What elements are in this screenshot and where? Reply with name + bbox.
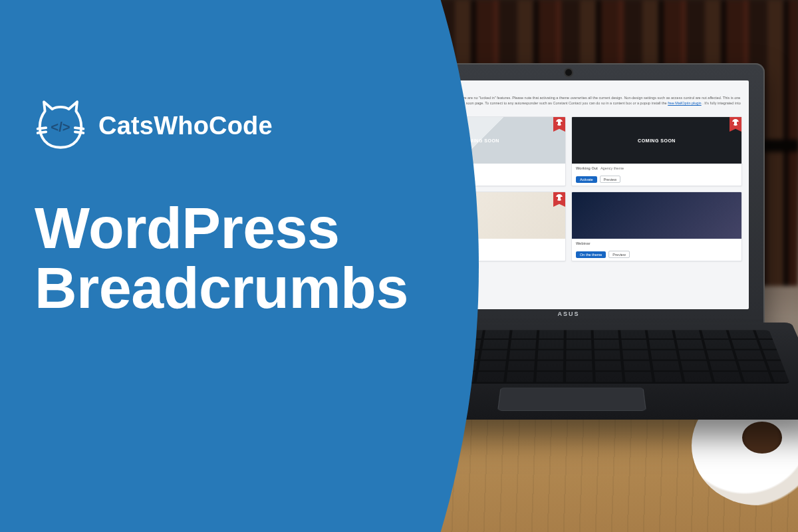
page-title: WordPress Breadcrumbs	[35, 198, 466, 318]
theme-card: Webinar On the themePreview	[571, 192, 742, 261]
theme-sub: Agency theme	[600, 166, 624, 170]
screen-paragraph-link[interactable]: free MailOptin plugin	[668, 101, 701, 105]
theme-thumb: COMING SOON	[572, 117, 741, 164]
theme-actions: On the themePreview	[572, 248, 741, 261]
svg-line-0	[38, 128, 46, 129]
hero-banner: Maintenance Mode can be flexibly adjuste…	[0, 0, 798, 532]
theme-actions: ActivatePreview	[572, 173, 741, 186]
preview-button[interactable]: Preview	[600, 176, 621, 183]
svg-text:</>: </>	[51, 120, 70, 134]
title-line-2: Breadcrumbs	[35, 258, 466, 318]
theme-name: Webinar	[576, 241, 591, 245]
theme-meta: Webinar	[572, 239, 741, 248]
brand-name: CatsWhoCode	[98, 112, 273, 140]
activate-button[interactable]: Activate	[576, 176, 597, 183]
svg-line-3	[75, 132, 83, 133]
activate-button[interactable]: On the theme	[576, 251, 606, 258]
trackpad	[497, 388, 646, 411]
thumb-label: COMING SOON	[638, 138, 676, 143]
brand-row: </> CatsWhoCode	[35, 100, 466, 152]
webcam-icon	[565, 69, 572, 76]
theme-meta: Working OutAgency theme	[572, 164, 741, 173]
preview-button[interactable]: Preview	[608, 251, 630, 258]
laptop-brand: ASUS	[557, 311, 579, 317]
blue-overlay: </> CatsWhoCode WordPress Breadcrumbs	[0, 0, 505, 532]
svg-line-1	[38, 132, 46, 133]
cat-logo-icon: </>	[35, 100, 86, 152]
theme-card: COMING SOON Working OutAgency theme Acti…	[571, 116, 742, 186]
title-line-1: WordPress	[35, 198, 466, 258]
theme-name: Working Out	[576, 166, 598, 170]
svg-line-2	[75, 128, 83, 129]
theme-thumb	[572, 192, 741, 239]
